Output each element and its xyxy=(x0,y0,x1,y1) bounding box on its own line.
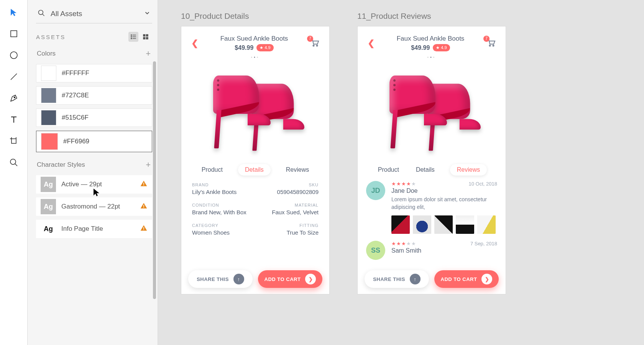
color-asset[interactable]: #727C8E xyxy=(36,86,152,105)
svg-rect-27 xyxy=(143,229,144,230)
design-canvas[interactable]: 10_Product Details ❮ Faux Sued Ankle Boo… xyxy=(158,0,644,345)
svg-point-30 xyxy=(489,45,490,46)
add-to-cart-button[interactable]: ADD TO CART❯ xyxy=(258,270,322,288)
chevron-right-icon: ❯ xyxy=(481,274,492,284)
cart-button[interactable]: 7 xyxy=(310,38,319,49)
rating-badge: ★ 4.9 xyxy=(256,44,273,51)
reviews-section: JD ★★★★★10 Oct, 2018 Jane Doe Lorem ipsu… xyxy=(358,176,506,264)
add-color-icon[interactable]: + xyxy=(146,49,151,59)
detail-row: CATEGORYWomen Shoes FITTINGTrue To Size xyxy=(192,223,319,236)
artboard-tool[interactable] xyxy=(8,136,19,146)
rating-badge: ★ 4.9 xyxy=(433,44,450,51)
svg-rect-22 xyxy=(143,183,144,185)
review-thumb[interactable] xyxy=(477,215,496,234)
color-asset[interactable]: #515C6F xyxy=(36,108,152,127)
add-charstyle-icon[interactable]: + xyxy=(146,160,151,170)
tab-reviews[interactable]: Reviews xyxy=(284,164,310,176)
review-thumb[interactable] xyxy=(391,215,410,234)
tab-details[interactable]: Details xyxy=(238,164,271,176)
svg-rect-21 xyxy=(146,37,148,39)
cart-badge: 7 xyxy=(483,36,490,42)
svg-point-1 xyxy=(10,52,17,59)
search-icon xyxy=(38,9,45,18)
color-asset[interactable]: #FFFFFF xyxy=(36,64,152,82)
color-label: #FFFFFF xyxy=(62,69,89,77)
color-label: #727C8E xyxy=(62,92,89,99)
review-thumb[interactable] xyxy=(413,215,431,234)
details-section: BRANDLily's Ankle Boots SKU0590458902809… xyxy=(181,176,329,264)
tab-reviews[interactable]: Reviews xyxy=(450,164,487,176)
svg-rect-14 xyxy=(131,36,132,38)
charstyle-asset[interactable]: AgActive — 29pt xyxy=(36,175,152,194)
charstyle-preview: Ag xyxy=(41,177,56,192)
artboard[interactable]: ❮ Faux Sued Ankle Boots $49.99 ★ 4.9 7 ●… xyxy=(181,26,330,294)
color-swatch xyxy=(41,110,56,125)
svg-rect-23 xyxy=(143,185,144,186)
review-thumb[interactable] xyxy=(434,215,453,234)
color-swatch xyxy=(41,66,56,81)
text-tool[interactable] xyxy=(8,114,19,125)
artboard-label[interactable]: 11_Product Reviews xyxy=(357,12,506,21)
review-thumb[interactable] xyxy=(456,215,474,234)
warning-icon xyxy=(140,224,148,233)
asset-filter[interactable]: All Assets xyxy=(36,7,152,23)
review-stars: ★★★★★ xyxy=(391,241,416,246)
svg-line-2 xyxy=(11,74,17,80)
review-author: Jane Doe xyxy=(391,187,497,194)
product-tabs: ProductDetailsReviews xyxy=(358,164,506,176)
color-asset[interactable]: #FF6969 xyxy=(36,131,152,152)
assets-panel: All Assets ASSETS Colors + #FFFFFF#727C8… xyxy=(28,0,158,345)
svg-rect-0 xyxy=(11,31,17,37)
add-to-cart-button[interactable]: ADD TO CART❯ xyxy=(434,270,499,288)
zoom-tool[interactable] xyxy=(8,157,19,168)
pen-tool[interactable] xyxy=(8,93,19,104)
svg-rect-24 xyxy=(143,205,144,207)
chevron-down-icon xyxy=(144,10,151,18)
charstyle-label: Active — 29pt xyxy=(61,181,135,188)
svg-point-31 xyxy=(493,45,494,46)
back-button[interactable]: ❮ xyxy=(191,38,198,48)
tab-product[interactable]: Product xyxy=(376,164,401,176)
assets-heading: ASSETS xyxy=(36,34,66,40)
svg-point-8 xyxy=(10,159,16,164)
product-tabs: ProductDetailsReviews xyxy=(181,164,329,176)
charstyle-asset[interactable]: AgInfo Page Title xyxy=(36,220,152,238)
charstyles-section-header[interactable]: Character Styles + xyxy=(37,160,152,170)
svg-rect-17 xyxy=(133,38,136,39)
ellipse-tool[interactable] xyxy=(8,50,19,61)
select-tool[interactable] xyxy=(8,7,19,18)
warning-icon xyxy=(140,180,148,189)
charstyle-asset[interactable]: AgGastromond — 22pt xyxy=(36,197,152,216)
review-stars: ★★★★★ xyxy=(391,181,416,187)
view-toggle xyxy=(128,32,151,42)
chevron-right-icon: ❯ xyxy=(305,274,316,284)
svg-rect-25 xyxy=(143,207,144,208)
review-date: 10 Oct, 2018 xyxy=(469,181,497,187)
grid-view-button[interactable] xyxy=(141,32,151,42)
tab-details[interactable]: Details xyxy=(414,164,436,176)
svg-line-9 xyxy=(15,164,17,166)
cart-button[interactable]: 7 xyxy=(486,38,496,49)
artboard[interactable]: ❮ Faux Sued Ankle Boots $49.99 ★ 4.9 7 ●… xyxy=(357,26,506,294)
share-button[interactable]: SHARE THIS↑ xyxy=(188,270,253,288)
charstyle-label: Info Page Title xyxy=(61,225,135,233)
svg-line-11 xyxy=(43,14,44,16)
colors-section-header[interactable]: Colors + xyxy=(37,49,152,59)
list-view-button[interactable] xyxy=(128,32,138,42)
back-button[interactable]: ❮ xyxy=(368,38,375,48)
svg-point-10 xyxy=(39,10,43,15)
svg-rect-19 xyxy=(146,34,148,36)
detail-row: CONDITIONBrand New, With Box MATERIALFau… xyxy=(192,203,319,215)
warning-icon xyxy=(140,202,148,211)
rectangle-tool[interactable] xyxy=(8,28,19,39)
color-swatch xyxy=(41,133,58,150)
tab-product[interactable]: Product xyxy=(200,164,224,176)
product-title: Faux Sued Ankle Boots xyxy=(220,35,288,43)
svg-point-29 xyxy=(316,45,317,46)
share-button[interactable]: SHARE THIS↑ xyxy=(365,270,429,288)
panel-scrollbar[interactable] xyxy=(153,61,156,299)
line-tool[interactable] xyxy=(8,71,19,82)
review-item: SS ★★★★★7 Sep, 2018 Sam Smith xyxy=(366,241,497,260)
avatar: JD xyxy=(366,181,385,200)
artboard-label[interactable]: 10_Product Details xyxy=(181,12,330,21)
